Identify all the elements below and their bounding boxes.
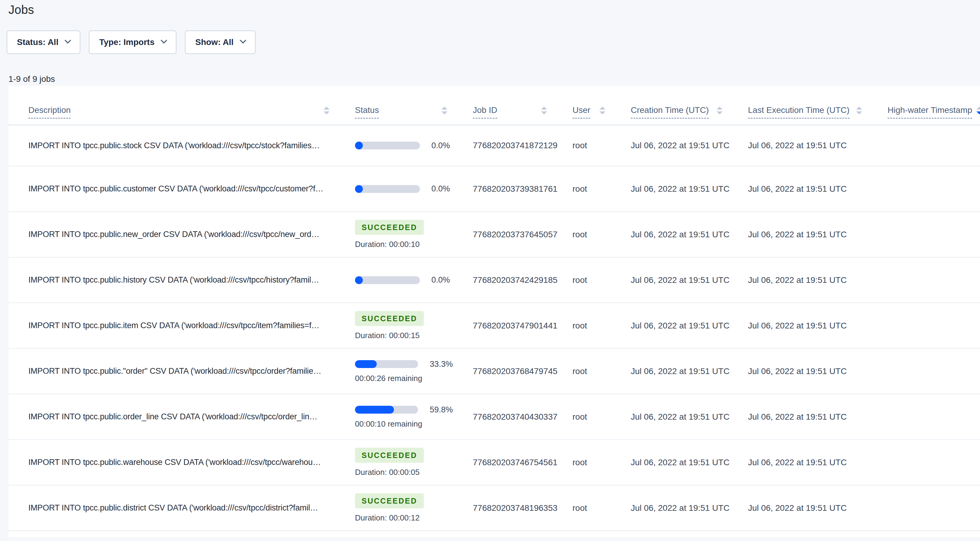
creation-time-cell: Jul 06, 2022 at 19:51 UTC [611,366,728,376]
user-cell: root [552,275,611,285]
sort-arrows-icon [541,106,547,114]
status-cell: 59.8% 00:00:10 remaining [335,405,453,429]
results-count: 1-9 of 9 jobs [8,74,980,84]
status-succeeded: SUCCEEDED Duration: 00:00:12 [355,493,453,523]
job-id-cell: 776820203740430337 [453,412,552,422]
progress-percent: 0.0% [431,184,450,194]
progress-bar [355,141,420,149]
show-filter-label: Show: All [195,37,234,47]
type-filter-label: Type: Imports [99,37,154,47]
column-header-user[interactable]: User [552,105,611,125]
progress-bar-fill [355,360,377,368]
job-description-link[interactable]: IMPORT INTO tpcc.public.item CSV DATA ('… [8,321,335,330]
column-header-last-execution-time[interactable]: Last Execution Time (UTC) [728,105,868,125]
jobs-page: { "page": { "title": "Jobs", "results_co… [0,0,980,541]
job-description-link[interactable]: IMPORT INTO tpcc.public.order_line CSV D… [8,412,335,422]
creation-time-cell: Jul 06, 2022 at 19:51 UTC [611,458,728,467]
creation-time-cell: Jul 06, 2022 at 19:51 UTC [611,503,728,513]
column-header-high-water-timestamp[interactable]: High-water Timestamp [868,105,980,125]
progress-percent: 0.0% [431,275,450,285]
job-description-link[interactable]: IMPORT INTO tpcc.public."order" CSV DATA… [8,366,335,376]
job-id-cell: 776820203742429185 [453,275,552,285]
status-cell: SUCCEEDED Duration: 00:00:12 [335,493,453,523]
column-header-status[interactable]: Status [335,105,453,125]
creation-time-cell: Jul 06, 2022 at 19:51 UTC [611,141,728,150]
last-execution-time-cell: Jul 06, 2022 at 19:51 UTC [728,141,868,150]
user-cell: root [552,321,611,331]
job-description-link[interactable]: IMPORT INTO tpcc.public.warehouse CSV DA… [8,458,335,467]
status-progress: 59.8% 00:00:10 remaining [355,405,453,429]
job-description-link[interactable]: IMPORT INTO tpcc.public.history CSV DATA… [8,275,335,285]
progress-bar-fill [355,185,363,193]
job-duration: Duration: 00:00:15 [355,331,453,340]
column-header-job-id[interactable]: Job ID [453,105,552,125]
status-progress: 0.0% [355,141,453,150]
last-execution-time-cell: Jul 06, 2022 at 19:51 UTC [728,412,868,422]
status-filter-dropdown[interactable]: Status: All [6,30,80,54]
progress-bar-fill [355,406,394,414]
sort-arrows-icon [856,106,862,114]
progress-bar [355,360,418,368]
creation-time-cell: Jul 06, 2022 at 19:51 UTC [611,321,728,331]
table-row: IMPORT INTO tpcc.public.history CSV DATA… [8,257,980,303]
table-row: IMPORT INTO tpcc.public.district CSV DAT… [8,485,980,531]
last-execution-time-cell: Jul 06, 2022 at 19:51 UTC [728,275,868,285]
job-description-link[interactable]: IMPORT INTO tpcc.public.district CSV DAT… [8,503,335,512]
chevron-down-icon [240,37,246,43]
status-cell: 0.0% [335,184,453,194]
status-succeeded: SUCCEEDED Duration: 00:00:10 [355,220,453,249]
creation-time-cell: Jul 06, 2022 at 19:51 UTC [611,275,728,285]
jobs-table: Description Status Job ID User Creation … [8,86,980,531]
job-description-link[interactable]: IMPORT INTO tpcc.public.new_order CSV DA… [8,230,335,239]
progress-bar [355,276,420,284]
column-header-creation-time[interactable]: Creation Time (UTC) [611,105,728,125]
status-cell: 33.3% 00:00:26 remaining [335,360,453,383]
user-cell: root [552,412,611,422]
table-row: IMPORT INTO tpcc.public.stock CSV DATA (… [8,125,980,167]
last-execution-time-cell: Jul 06, 2022 at 19:51 UTC [728,184,868,194]
table-row: IMPORT INTO tpcc.public.customer CSV DAT… [8,167,980,212]
user-cell: root [552,366,611,376]
table-row: IMPORT INTO tpcc.public.item CSV DATA ('… [8,303,980,349]
last-execution-time-cell: Jul 06, 2022 at 19:51 UTC [728,230,868,240]
time-remaining: 00:00:26 remaining [355,374,453,383]
jobs-table-container: Description Status Job ID User Creation … [8,86,980,537]
job-description-link[interactable]: IMPORT INTO tpcc.public.stock CSV DATA (… [8,141,335,150]
status-badge: SUCCEEDED [355,311,424,326]
status-cell: SUCCEEDED Duration: 00:00:10 [335,220,453,249]
sort-arrows-desc-active-icon [976,106,980,114]
table-row: IMPORT INTO tpcc.public.warehouse CSV DA… [8,440,980,485]
sort-arrows-icon [599,106,605,114]
job-id-cell: 776820203746754561 [453,458,552,467]
progress-bar-fill [355,276,363,284]
last-execution-time-cell: Jul 06, 2022 at 19:51 UTC [728,366,868,376]
sort-arrows-icon [323,106,329,114]
status-progress: 0.0% [355,275,453,285]
progress-bar-fill [355,141,363,149]
status-badge: SUCCEEDED [355,448,424,463]
filter-bar: Status: All Type: Imports Show: All [6,30,980,54]
creation-time-cell: Jul 06, 2022 at 19:51 UTC [611,230,728,240]
last-execution-time-cell: Jul 06, 2022 at 19:51 UTC [728,503,868,513]
table-row: IMPORT INTO tpcc.public.new_order CSV DA… [8,212,980,257]
job-id-cell: 776820203741872129 [453,141,552,150]
user-cell: root [552,230,611,240]
job-id-cell: 776820203739381761 [453,184,552,194]
progress-percent: 0.0% [431,141,450,150]
status-progress: 0.0% [355,184,453,194]
type-filter-dropdown[interactable]: Type: Imports [89,30,177,54]
chevron-down-icon [161,37,167,43]
column-header-description[interactable]: Description [8,105,335,125]
table-row: IMPORT INTO tpcc.public."order" CSV DATA… [8,349,980,394]
chevron-down-icon [65,37,71,43]
user-cell: root [552,184,611,194]
progress-bar [355,406,418,414]
page-title: Jobs [8,2,980,17]
status-succeeded: SUCCEEDED Duration: 00:00:05 [355,448,453,477]
show-filter-dropdown[interactable]: Show: All [185,30,256,54]
job-description-link[interactable]: IMPORT INTO tpcc.public.customer CSV DAT… [8,184,335,194]
status-badge: SUCCEEDED [355,493,424,508]
job-id-cell: 776820203768479745 [453,366,552,376]
status-cell: 0.0% [335,275,453,285]
time-remaining: 00:00:10 remaining [355,419,453,429]
